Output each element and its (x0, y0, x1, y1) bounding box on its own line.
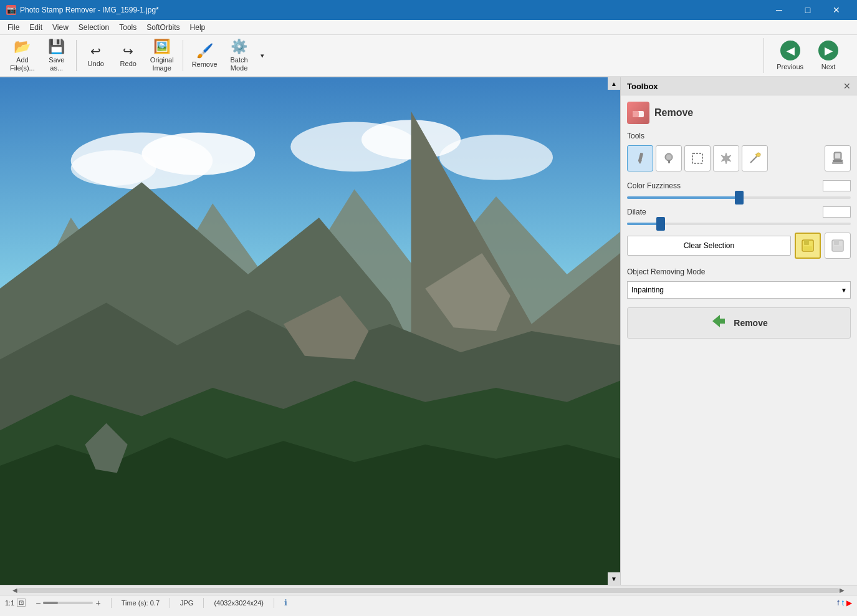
toolbar-sep-1 (76, 40, 77, 71)
redo-label: Redo (120, 60, 136, 67)
remove-header: Remove (627, 102, 851, 124)
svg-rect-36 (833, 246, 842, 250)
toolbox-close-button[interactable]: ✕ (843, 81, 851, 91)
tools-row (627, 145, 851, 171)
color-fuzziness-track[interactable] (627, 196, 851, 199)
svg-rect-17 (633, 111, 639, 117)
clear-selection-button[interactable]: Clear Selection (627, 236, 791, 256)
svg-point-6 (439, 135, 553, 180)
selection-load-button[interactable] (825, 233, 851, 259)
remove-label: Remove (192, 60, 218, 68)
original-image-button[interactable]: 🖼️ OriginalImage (145, 37, 179, 74)
remove-section-title: Remove (654, 107, 693, 118)
image-area[interactable]: ▲ ▼ (0, 77, 620, 585)
dilate-value[interactable]: 2 (823, 206, 851, 218)
mode-select[interactable]: Inpainting Content Aware Fill Blur (627, 281, 851, 299)
zoom-level: 1:1 (5, 599, 14, 607)
minimize-button[interactable]: ─ (765, 0, 793, 20)
status-social-icons: f t ▶ (837, 599, 852, 607)
save-as-label: Saveas... (49, 56, 64, 72)
undo-label: Undo (88, 60, 104, 67)
next-button[interactable]: ▶ Next (811, 38, 846, 73)
titlebar-title: Photo Stamp Remover - IMG_1599-1.jpg* (20, 6, 159, 14)
scroll-left-button[interactable]: ◀ (12, 587, 17, 594)
svg-rect-18 (638, 153, 643, 162)
menu-tools[interactable]: Tools (114, 22, 141, 33)
pencil-icon (633, 152, 647, 165)
magic-select-tool-button[interactable] (713, 145, 739, 171)
pencil-tool-button[interactable] (627, 145, 653, 171)
zoom-in-button[interactable]: + (95, 598, 100, 608)
youtube-icon[interactable]: ▶ (846, 599, 852, 607)
zoom-area: 1:1 ⊡ (5, 599, 26, 607)
toolbox-panel: Toolbox ✕ Remove Tools (620, 77, 857, 585)
hscroll-track[interactable] (17, 588, 840, 593)
remove-button[interactable]: 🖌️ Remove (187, 37, 223, 74)
dilate-thumb[interactable] (656, 217, 665, 231)
image-format: JPG (180, 599, 193, 607)
redo-button[interactable]: ↪ Redo (113, 37, 144, 74)
color-fuzziness-value[interactable]: 50 (823, 180, 851, 191)
toolbar: 📂 AddFile(s)... 💾 Saveas... ↩ Undo ↪ Red… (0, 35, 857, 77)
svg-rect-23 (692, 153, 702, 163)
status-sep-1 (111, 598, 112, 608)
color-fuzziness-header: Color Fuzziness 50 (627, 180, 851, 191)
scroll-down-button[interactable]: ▼ (608, 572, 620, 585)
dilate-header: Dilate 2 (627, 206, 851, 218)
rect-select-tool-button[interactable] (684, 145, 711, 171)
remove-section-icon (627, 102, 649, 124)
remove-action-button[interactable]: Remove (627, 307, 851, 339)
stamp-tool-button[interactable] (825, 145, 851, 171)
svg-rect-22 (668, 160, 670, 163)
remove-action-icon (710, 312, 727, 334)
wand-icon (748, 152, 762, 165)
maximize-button[interactable]: □ (793, 0, 822, 20)
menu-selection[interactable]: Selection (74, 22, 114, 33)
horizontal-scrollbar: ◀ ▶ (0, 585, 857, 595)
scroll-up-button[interactable]: ▲ (608, 77, 620, 90)
menu-file[interactable]: File (2, 22, 24, 33)
color-fuzziness-slider-row: Color Fuzziness 50 (627, 180, 851, 199)
batch-mode-label: BatchMode (231, 56, 248, 72)
svg-rect-35 (834, 240, 839, 245)
facebook-icon[interactable]: f (837, 599, 839, 607)
menu-edit[interactable]: Edit (24, 22, 47, 33)
previous-label: Previous (777, 63, 803, 70)
toolbar-sep-2 (183, 40, 183, 71)
status-sep-4 (274, 598, 274, 608)
previous-button[interactable]: ◀ Previous (769, 38, 811, 73)
menu-help[interactable]: Help (185, 22, 211, 33)
batch-mode-button[interactable]: ⚙️ BatchMode (224, 37, 255, 74)
batch-mode-icon: ⚙️ (231, 39, 247, 55)
more-button[interactable]: ▾ (256, 37, 269, 74)
dilate-track[interactable] (627, 223, 851, 225)
image-canvas (0, 77, 620, 585)
save-as-button[interactable]: 💾 Saveas... (41, 37, 72, 74)
brush-tool-button[interactable] (656, 145, 682, 171)
menu-view[interactable]: View (47, 22, 74, 33)
svg-rect-32 (804, 240, 809, 245)
menu-softorbits[interactable]: SoftOrbits (141, 22, 184, 33)
selection-save-button[interactable] (795, 233, 821, 259)
color-fuzziness-fill (627, 196, 739, 199)
scroll-right-button[interactable]: ▶ (840, 587, 845, 594)
undo-button[interactable]: ↩ Undo (80, 37, 112, 74)
dilate-label: Dilate (627, 208, 646, 216)
brush-icon (662, 152, 676, 165)
color-fuzziness-thumb[interactable] (735, 191, 744, 205)
next-label: Next (821, 63, 836, 70)
svg-point-26 (757, 153, 760, 156)
object-removing-mode-section: Object Removing Mode Inpainting Content … (627, 267, 851, 299)
zoom-out-button[interactable]: − (36, 598, 41, 608)
color-fuzziness-label: Color Fuzziness (627, 181, 681, 190)
mode-label: Object Removing Mode (627, 267, 851, 276)
zoom-track[interactable] (43, 602, 93, 604)
close-button[interactable]: ✕ (822, 0, 851, 20)
svg-line-24 (750, 156, 757, 163)
twitter-icon[interactable]: t (842, 599, 844, 607)
wand-tool-button[interactable] (742, 145, 768, 171)
remove-section: Remove Tools (621, 95, 857, 345)
svg-rect-30 (832, 162, 843, 164)
original-image-icon: 🖼️ (153, 39, 170, 55)
add-files-button[interactable]: 📂 AddFile(s)... (5, 37, 40, 74)
